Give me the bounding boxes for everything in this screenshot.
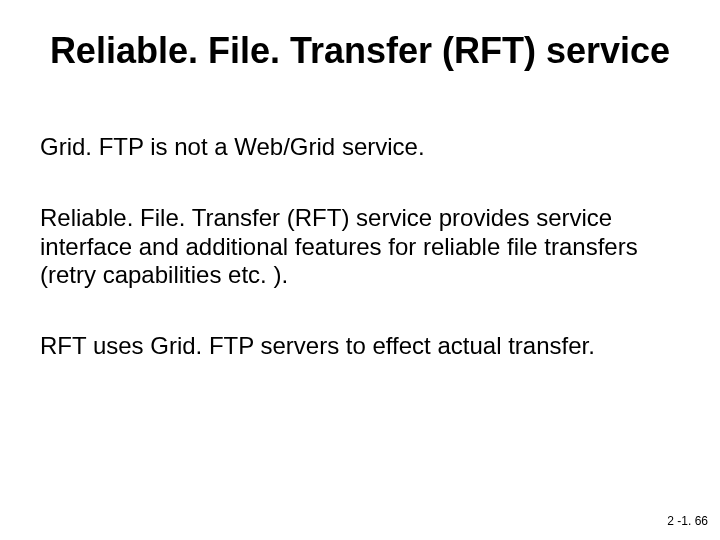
paragraph-2: Reliable. File. Transfer (RFT) service p… (40, 204, 680, 290)
slide: Reliable. File. Transfer (RFT) service G… (0, 0, 720, 540)
paragraph-1: Grid. FTP is not a Web/Grid service. (40, 133, 680, 162)
slide-title: Reliable. File. Transfer (RFT) service (40, 28, 680, 73)
paragraph-3: RFT uses Grid. FTP servers to effect act… (40, 332, 680, 361)
slide-number: 2 -1. 66 (667, 514, 708, 528)
